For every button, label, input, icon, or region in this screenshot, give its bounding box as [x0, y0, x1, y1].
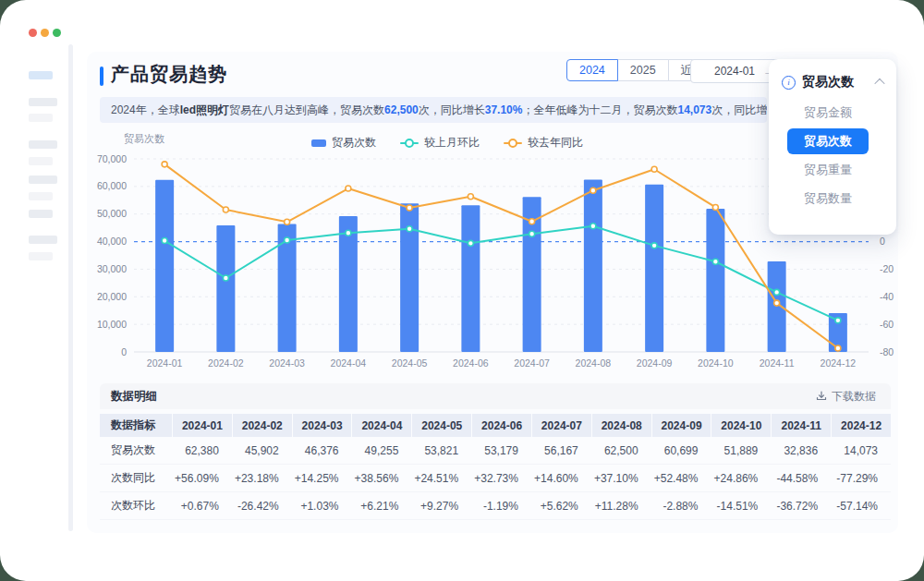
- table-cell: -77.29%: [831, 465, 891, 492]
- table-header-cell: 数据指标: [100, 414, 172, 437]
- date-range-start: 2024-01: [714, 65, 755, 78]
- data-point: [774, 300, 780, 306]
- sidebar-skeleton-item: [29, 71, 53, 79]
- metric-option[interactable]: 贸易数量: [769, 184, 896, 212]
- table-cell: -1.19%: [471, 492, 531, 520]
- table-cell: +6.21%: [351, 492, 411, 520]
- download-data-button[interactable]: 下载数据: [810, 388, 881, 405]
- data-point: [285, 219, 290, 224]
- table-cell: +38.56%: [351, 465, 411, 492]
- table-cell: +11.28%: [591, 492, 651, 520]
- table-section-header: 数据明细 下载数据: [100, 383, 891, 409]
- data-point: [835, 318, 841, 323]
- summary-text-segment: led照明灯: [180, 103, 229, 116]
- table-header-cell: 2024-11: [771, 414, 831, 437]
- table-cell: -2.88%: [651, 492, 711, 520]
- metric-option[interactable]: 贸易次数: [769, 127, 896, 155]
- metric-option[interactable]: 贸易金额: [769, 98, 896, 127]
- minimize-window-icon[interactable]: [41, 29, 49, 37]
- chevron-up-icon[interactable]: [874, 79, 884, 89]
- table-cell: 53,821: [411, 437, 471, 465]
- svg-text:2024-01: 2024-01: [147, 357, 183, 369]
- table-cell: +1.03%: [292, 492, 352, 520]
- info-icon: i: [782, 76, 796, 90]
- sidebar-skeleton-item: [29, 210, 53, 218]
- table-cell: -26.42%: [232, 492, 292, 520]
- metric-option[interactable]: 贸易重量: [769, 155, 896, 184]
- table-cell: +5.62%: [531, 492, 591, 520]
- table-cell: +56.09%: [172, 465, 232, 492]
- data-point: [162, 238, 167, 244]
- svg-text:2024-05: 2024-05: [392, 357, 428, 369]
- bar: [155, 180, 174, 352]
- svg-text:2024-08: 2024-08: [576, 357, 612, 369]
- line-series: [164, 164, 838, 348]
- table-cell: +14.25%: [292, 465, 352, 492]
- table-cell: 51,889: [711, 437, 771, 465]
- table-cell: -44.58%: [771, 465, 831, 492]
- data-point: [468, 194, 473, 200]
- svg-text:2024-04: 2024-04: [331, 357, 367, 369]
- data-point: [346, 230, 351, 236]
- table-header-cell: 2024-08: [591, 414, 651, 437]
- bar: [461, 205, 480, 352]
- summary-text-segment: 贸易在八月达到高峰，贸易次数: [229, 103, 384, 116]
- sidebar-skeleton-item: [29, 192, 53, 200]
- svg-text:0: 0: [121, 346, 127, 357]
- table-header-cell: 2024-10: [711, 414, 771, 437]
- svg-text:50,000: 50,000: [97, 208, 127, 219]
- data-point: [407, 226, 412, 232]
- table-cell: +0.67%: [172, 492, 232, 520]
- svg-text:2024-11: 2024-11: [760, 357, 795, 369]
- svg-text:2024-09: 2024-09: [637, 357, 673, 369]
- data-point: [712, 259, 718, 264]
- table-row: 次数同比+56.09%+23.18%+14.25%+38.56%+24.51%+…: [100, 465, 891, 492]
- svg-text:2024-12: 2024-12: [821, 357, 857, 369]
- table-cell: +32.73%: [471, 465, 531, 492]
- summary-text-segment: ；全年低峰为十二月，贸易次数: [522, 103, 677, 116]
- svg-text:30,000: 30,000: [97, 263, 127, 274]
- data-point: [590, 188, 596, 193]
- svg-text:40,000: 40,000: [97, 236, 127, 247]
- table-cell: 46,376: [292, 437, 352, 465]
- summary-text-segment: 次，同比增长: [711, 103, 767, 116]
- table-cell: 14,073: [831, 437, 891, 465]
- metric-dropdown-header[interactable]: i 贸易次数: [769, 59, 896, 91]
- window-controls: [29, 29, 61, 37]
- table-cell: 62,500: [591, 437, 651, 465]
- table-header-cell: 2024-02: [232, 414, 292, 437]
- summary-text-segment: 次，同比增长: [419, 103, 485, 116]
- data-point: [835, 345, 841, 351]
- table-cell: +37.10%: [591, 465, 651, 492]
- data-point: [651, 166, 657, 172]
- metric-option-label: 贸易次数: [787, 128, 869, 154]
- table-cell: 62,380: [172, 437, 232, 465]
- data-point: [407, 205, 412, 211]
- maximize-window-icon[interactable]: [53, 29, 61, 37]
- svg-text:-80: -80: [880, 346, 894, 357]
- bar: [584, 179, 602, 352]
- metric-option-label: 贸易数量: [787, 186, 869, 212]
- data-point: [346, 186, 351, 191]
- table-cell: +23.18%: [232, 465, 292, 492]
- metric-options-list: 贸易金额贸易次数贸易重量贸易数量: [769, 98, 896, 212]
- download-icon: [816, 391, 827, 402]
- table-row: 贸易次数62,38045,90246,37649,25553,82153,179…: [100, 437, 891, 465]
- title-accent-bar: [100, 67, 103, 86]
- table-header-cell: 2024-06: [471, 414, 531, 437]
- table-row-label: 次数环比: [100, 492, 172, 520]
- data-point: [468, 240, 473, 246]
- sidebar-skeleton-item: [29, 252, 53, 260]
- table-cell: +52.48%: [651, 465, 711, 492]
- table-row: 次数环比+0.67%-26.42%+1.03%+6.21%+9.27%-1.19…: [100, 492, 891, 520]
- metric-option-label: 贸易金额: [787, 100, 869, 126]
- table-cell: 53,179: [471, 437, 531, 465]
- svg-text:60,000: 60,000: [97, 180, 127, 191]
- svg-text:-20: -20: [880, 263, 894, 274]
- close-window-icon[interactable]: [29, 29, 37, 37]
- period-option[interactable]: 2024: [566, 59, 618, 81]
- svg-text:2024-07: 2024-07: [514, 357, 550, 369]
- period-option[interactable]: 2025: [617, 59, 669, 81]
- table-section-title: 数据明细: [111, 389, 157, 405]
- svg-text:20,000: 20,000: [97, 291, 127, 302]
